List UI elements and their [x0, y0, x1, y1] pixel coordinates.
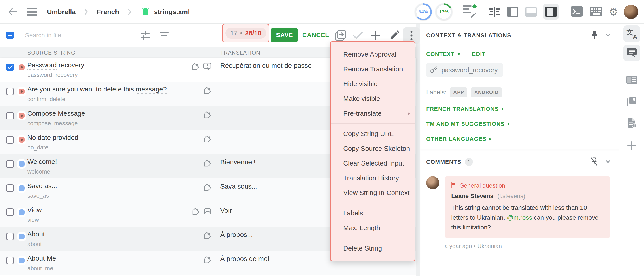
row-checkbox[interactable]	[6, 112, 14, 120]
layout-strings-icon[interactable]	[488, 6, 501, 18]
comment-body: This string cannot be translated with le…	[451, 203, 604, 232]
row-checkbox[interactable]	[6, 160, 14, 168]
menu-item-max-length[interactable]: Max. Length	[331, 220, 414, 235]
comment-meta: a year ago • Ukrainian	[444, 243, 610, 250]
glossary-tab[interactable]	[624, 94, 640, 110]
menu-item-pre-translate[interactable]: Pre-translate	[331, 106, 414, 121]
layout-right-panel-icon[interactable]	[543, 4, 559, 20]
menu-item-remove-approval[interactable]: Remove Approval	[331, 47, 414, 62]
approve-check-icon[interactable]	[353, 31, 363, 41]
add-string-icon[interactable]	[371, 30, 380, 41]
edit-pencil-icon[interactable]	[389, 30, 400, 42]
save-button[interactable]: SAVE	[271, 28, 298, 42]
user-avatar[interactable]	[624, 5, 638, 19]
cancel-button[interactable]: CANCEL	[302, 28, 329, 42]
comments-tab[interactable]	[624, 45, 640, 61]
settings-gear-icon[interactable]: ⚙	[609, 7, 618, 17]
comments-title: COMMENTS	[426, 159, 461, 165]
menu-item-translation-history[interactable]: Translation History	[331, 171, 414, 186]
user-mention[interactable]: @m.ross	[507, 214, 532, 221]
section-other-languages[interactable]: OTHER LANGUAGES	[426, 136, 610, 142]
filter-icon[interactable]	[159, 30, 169, 41]
android-icon	[141, 8, 150, 16]
label-chip[interactable]: APP	[450, 88, 467, 97]
breadcrumb-file[interactable]: strings.xml	[154, 8, 190, 16]
translation-header: TRANSLATION	[220, 50, 260, 56]
row-checkbox[interactable]	[6, 208, 14, 216]
source-string-header: SOURCE STRING	[27, 50, 76, 56]
select-all-checkbox[interactable]	[6, 32, 14, 39]
chevron-right-icon	[501, 107, 504, 111]
chevron-down-icon[interactable]	[606, 33, 610, 37]
panel-title: CONTEXT & TRANSLATIONS	[426, 32, 512, 39]
tm-card-icon	[626, 76, 637, 85]
plus-icon	[627, 141, 636, 150]
file-info-tab[interactable]	[624, 115, 640, 132]
string-key: no_date	[27, 144, 48, 151]
flag-icon	[451, 182, 456, 189]
menu-item-view-string-in-context[interactable]: View String In Context	[331, 186, 414, 200]
label-tag-icon	[204, 256, 211, 264]
notification-dot	[472, 4, 478, 10]
char-limit-counter: 28/10	[245, 30, 262, 37]
menu-item-copy-string-url[interactable]: Copy String URL	[331, 126, 414, 141]
menu-item-copy-source-skeleton[interactable]: Copy Source Skeleton	[331, 141, 414, 156]
comment-icon	[627, 48, 636, 58]
comment-author[interactable]: Leane Stevens	[451, 193, 494, 200]
search-input[interactable]: Search in file	[25, 32, 61, 39]
label-chip[interactable]: ANDROID	[471, 88, 502, 97]
string-key: confirm_delete	[27, 96, 66, 103]
pages-bookmark-icon	[627, 96, 636, 107]
translation-memory-tab[interactable]	[624, 72, 640, 88]
commenter-avatar[interactable]	[426, 176, 439, 189]
string-key: view	[27, 216, 39, 224]
context-dropdown[interactable]: CONTEXT	[426, 51, 461, 58]
string-key: compose_message	[27, 120, 78, 127]
menu-item-make-visible[interactable]: Make visible	[331, 91, 414, 106]
string-key-chip[interactable]: password_recovery	[426, 63, 503, 77]
layout-side-by-side-icon[interactable]	[506, 6, 519, 18]
translations-tab[interactable]: 文A	[624, 26, 640, 42]
layout-bottom-panel-icon[interactable]	[525, 6, 537, 18]
advanced-filter-icon[interactable]	[140, 30, 150, 41]
status-translated-icon	[19, 209, 24, 215]
row-checkbox[interactable]	[6, 184, 14, 192]
copy-source-icon[interactable]	[335, 30, 346, 42]
chevron-down-icon[interactable]	[606, 160, 610, 164]
chevron-right-icon	[507, 122, 510, 126]
menu-item-hide-visible[interactable]: Hide visible	[331, 76, 414, 91]
string-key: about_me	[27, 265, 53, 272]
menu-icon[interactable]	[27, 8, 37, 16]
breadcrumb-project[interactable]: Umbrella	[47, 8, 76, 16]
comment-item: General question Leane Stevens (l.steven…	[426, 176, 610, 238]
back-icon[interactable]	[8, 7, 18, 17]
submenu-chevron-icon	[408, 110, 410, 117]
scroll-gutter[interactable]	[416, 24, 420, 276]
section-tm-mt-suggestions[interactable]: TM AND MT SUGGESTIONS	[426, 121, 610, 127]
menu-item-labels[interactable]: Labels	[331, 206, 414, 220]
context-translations-panel: CONTEXT & TRANSLATIONS CONTEXT EDIT	[420, 24, 619, 276]
chevron-right-icon	[128, 8, 132, 15]
string-key: welcome	[27, 168, 50, 175]
menu-item-clear-selected-input[interactable]: Clear Selected Input	[331, 156, 414, 171]
row-checkbox[interactable]	[6, 64, 14, 71]
section-french-translations[interactable]: FRENCH TRANSLATIONS	[426, 106, 610, 112]
row-checkbox[interactable]	[6, 88, 14, 95]
pin-icon[interactable]	[591, 30, 598, 40]
breadcrumb-language[interactable]: French	[96, 8, 119, 16]
approved-progress-gauge[interactable]: 17%	[435, 3, 452, 20]
unpin-icon[interactable]	[590, 157, 598, 167]
comments-count-badge: 1	[465, 158, 473, 166]
terminal-icon[interactable]	[570, 6, 583, 18]
activity-icon[interactable]	[463, 5, 476, 18]
translated-progress-gauge[interactable]: 64%	[415, 3, 432, 20]
menu-item-delete-string[interactable]: Delete String	[331, 241, 414, 256]
row-checkbox[interactable]	[6, 232, 14, 240]
add-panel-button[interactable]	[624, 137, 640, 154]
row-checkbox[interactable]	[6, 257, 14, 264]
menu-item-remove-translation[interactable]: Remove Translation	[331, 62, 414, 76]
edit-context-button[interactable]: EDIT	[472, 51, 486, 58]
keyboard-icon[interactable]	[590, 6, 603, 17]
row-checkbox[interactable]	[6, 136, 14, 144]
status-untranslated-icon	[19, 64, 24, 70]
